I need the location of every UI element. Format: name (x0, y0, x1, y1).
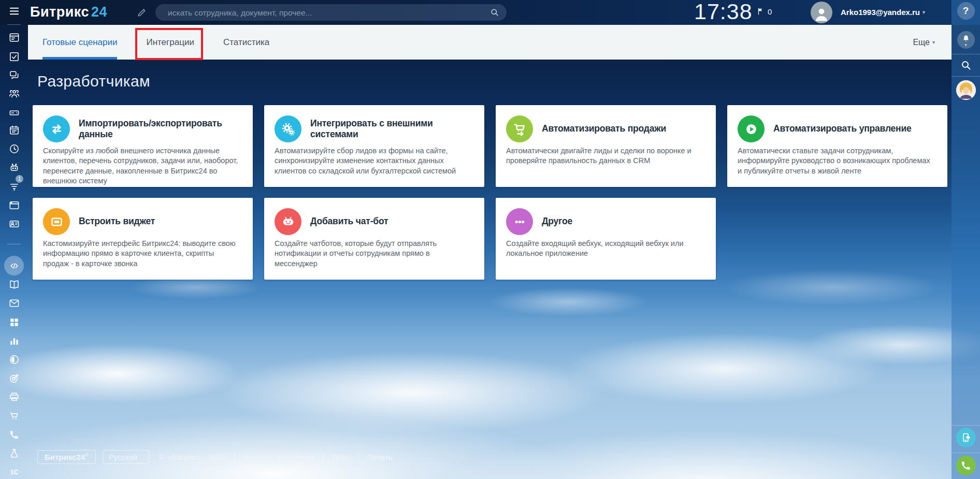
card-title: Добавить чат-бот (310, 216, 388, 227)
sidebar-item-market-icon[interactable] (5, 313, 23, 331)
chatbot-icon (275, 208, 301, 235)
tab-statistics[interactable]: Статистика (223, 25, 269, 60)
sidebar-item-sites-icon[interactable] (5, 196, 23, 214)
gears-icon (275, 115, 301, 142)
global-search (155, 4, 507, 21)
user-email-menu[interactable]: Arko1993@yandex.ru▾ (841, 8, 925, 17)
tab-ready-scenarios[interactable]: Готовые сценарии (42, 25, 117, 60)
sidebar-item-marketing-icon[interactable] (5, 444, 23, 462)
flag-count: 0 (768, 7, 772, 16)
topbar: Битрикс24 17:38 0 Arko1993@yandex.ru▾ (0, 0, 980, 25)
scenario-card[interactable]: Интегрировать с внешними системами Автом… (264, 105, 484, 187)
link-print[interactable]: Печать (367, 453, 392, 461)
right-rail: ? ▾ (952, 0, 980, 479)
help-icon[interactable]: ? (957, 2, 975, 20)
sidebar-item-mail-icon[interactable] (5, 294, 23, 312)
sidebar-item-calendar-icon[interactable] (5, 121, 23, 139)
search-input[interactable] (167, 4, 474, 22)
sidebar-item-developers-icon[interactable] (4, 256, 24, 275)
card-title: Автоматизировать продажи (542, 123, 666, 134)
card-title: Встроить виджет (79, 216, 155, 227)
sidebar-item-time-icon[interactable] (5, 139, 23, 158)
scenario-card[interactable]: Автоматизировать управление Автоматическ… (727, 105, 947, 187)
footer: Битрикс24® Русский▾ © «Битрикс», 2020 За… (37, 450, 392, 464)
logo-accent: 24 (91, 4, 107, 20)
edit-pencil-icon[interactable] (136, 7, 148, 18)
svg-text:1С: 1С (10, 468, 18, 475)
sidebar-item-telephony-icon[interactable] (5, 425, 23, 444)
menu-icon[interactable] (5, 2, 23, 20)
flag-counter[interactable]: 0 (756, 7, 772, 16)
sidebar-item-work-time-icon[interactable] (5, 350, 23, 369)
user-email: Arko1993@yandex.ru (841, 8, 920, 17)
card-title: Интегрировать с внешними системами (310, 118, 481, 140)
bitrix24-logo[interactable]: Битрикс24 (30, 4, 107, 20)
card-description: Скопируйте из любой внешнего источника д… (43, 146, 239, 186)
scenario-card[interactable]: Встроить виджет Кастомизируйте интерфейс… (33, 198, 253, 280)
user-avatar-placeholder[interactable] (811, 2, 832, 23)
sidebar-item-messenger-icon[interactable] (5, 66, 23, 84)
sidebar-item-tasks-icon[interactable] (5, 47, 23, 66)
sidebar-item-scanner-icon[interactable] (5, 387, 23, 406)
card-title: Автоматизировать управление (773, 123, 912, 134)
card-description: Автоматически ставьте задачи сотрудникам… (738, 146, 934, 176)
annotation-red-box (135, 28, 203, 60)
card-description: Кастомизируйте интерфейс Битрикс24: выво… (43, 239, 239, 269)
play-icon (738, 115, 765, 142)
clock-time: 17:38 (694, 0, 753, 24)
page-title: Разработчикам (37, 72, 150, 90)
scenario-card[interactable]: Импортировать/экспортировать данные Скоп… (33, 105, 253, 187)
sidebar-item-goals-icon[interactable] (5, 369, 23, 387)
sidebar-item-bot-icon[interactable] (5, 158, 23, 177)
telephony-call-icon[interactable] (956, 456, 976, 475)
card-description: Создайте входящий вебхук, исходящий вебх… (506, 239, 702, 259)
profile-avatar[interactable] (956, 80, 976, 100)
link-themes[interactable]: Темы (332, 453, 351, 461)
sidebar-search-icon[interactable] (960, 59, 972, 71)
card-title: Другое (542, 216, 572, 227)
scenario-card[interactable]: Добавить чат-бот Создайте чатботов, кото… (264, 198, 484, 280)
cart-arrow-icon (506, 115, 533, 142)
search-icon[interactable] (489, 7, 500, 18)
card-title: Импортировать/экспортировать данные (79, 118, 250, 140)
scenario-cards-grid: Импортировать/экспортировать данные Скоп… (33, 105, 947, 280)
tab-more-menu[interactable]: Еще▾ (913, 25, 935, 60)
sidebar-item-1c-icon[interactable]: 1С (5, 462, 23, 479)
sidebar-item-knowledge-base-icon[interactable] (5, 275, 23, 294)
link-order-implementation[interactable]: Заказать внедрение (242, 453, 315, 461)
mobile-app-icon[interactable] (956, 428, 976, 447)
bitrix24-app: Битрикс24 17:38 0 Arko1993@yandex.ru▾ Го… (0, 0, 980, 479)
language-selector[interactable]: Русский▾ (103, 450, 149, 464)
card-description: Создайте чатботов, которые будут отправл… (275, 239, 471, 269)
swap-arrows-icon (43, 115, 70, 142)
widget-icon (43, 208, 70, 235)
notifications-bell-icon[interactable]: ▾ (957, 31, 975, 49)
sidebar-item-analytics-icon[interactable] (5, 331, 23, 350)
scenario-card[interactable]: Автоматизировать продажи Автоматически д… (496, 105, 716, 187)
logo-brand: Битрикс (30, 4, 89, 20)
flag-icon (756, 7, 766, 16)
dots-icon (506, 208, 533, 235)
counter-badge: 1 (16, 175, 23, 183)
sidebar-item-disk-icon[interactable] (5, 103, 23, 122)
card-description: Автоматически двигайте лиды и сделки по … (506, 146, 702, 166)
scenario-card[interactable]: Другое Создайте входящий вебхук, исходящ… (496, 198, 716, 280)
sidebar-item-crm-icon[interactable]: 1 (5, 177, 23, 196)
chevron-down-icon: ▾ (140, 455, 143, 460)
chevron-down-icon: ▾ (923, 9, 925, 15)
bitrix24-footer-badge[interactable]: Битрикс24® (37, 450, 96, 464)
copyright-text: © «Битрикс», 2020 (159, 453, 226, 461)
sidebar-item-employees-icon[interactable] (5, 84, 23, 103)
card-description: Автоматизируйте сбор лидов из формы на с… (275, 146, 471, 176)
sidebar-item-company-icon[interactable] (5, 214, 23, 233)
left-navigation-rail: 11С (0, 0, 28, 479)
sidebar-item-store-icon[interactable] (5, 407, 23, 425)
sidebar-item-live-feed-icon[interactable] (5, 28, 23, 47)
chevron-down-icon: ▾ (932, 39, 935, 45)
